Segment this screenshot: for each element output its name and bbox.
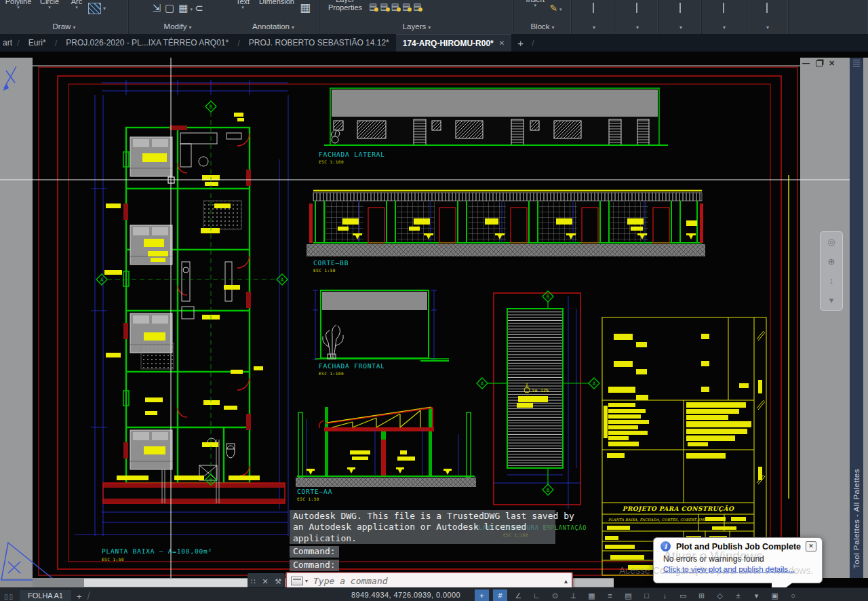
layer-freeze-icon[interactable]: ▤ (391, 1, 399, 12)
chevron-down-icon[interactable]: ▾ (593, 24, 595, 31)
layer-off-icon[interactable]: ▤ (369, 1, 377, 12)
layout-tab-folha-a1[interactable]: FOLHA A1 (20, 590, 71, 601)
insert-tool[interactable]: Insert▾ (523, 0, 547, 7)
snap-mode-icon[interactable]: + (475, 589, 489, 601)
customize-wrench-icon[interactable]: ⚒ (275, 577, 281, 586)
chevron-down-icon[interactable]: ▾ (103, 5, 106, 12)
dimension-label: Dimension (259, 0, 294, 5)
polyline-tool[interactable]: Polyline▾ (3, 0, 34, 9)
annotation-scale-icon[interactable]: ↓ (658, 589, 672, 601)
close-icon[interactable]: ✕ (262, 577, 268, 586)
file-tab-proj026[interactable]: PROJ.026-2020 - PL...IXA TÉRREO ARQ01* (59, 34, 235, 52)
chevron-down-icon[interactable]: ▾ (723, 24, 726, 31)
chevron-down-icon: ▾ (189, 24, 191, 31)
grid-display-icon[interactable]: # (493, 589, 507, 601)
draw-panel-label[interactable]: Draw▾ (0, 21, 128, 34)
annotation-panel-label[interactable]: Annotation▾ (227, 21, 319, 34)
chevron-up-icon[interactable]: ▴ (564, 577, 568, 585)
object-snap-tracking-icon[interactable]: ⊥ (566, 589, 580, 601)
layer-isolate-icon[interactable]: ▤ (380, 1, 388, 12)
osnap-icon[interactable]: ⊙ (548, 589, 562, 601)
new-layout-button[interactable]: + (77, 592, 82, 601)
polar-tracking-icon[interactable]: ∠ (511, 589, 526, 601)
chevron-down-icon[interactable]: ▾ (75, 5, 78, 9)
chevron-down-icon[interactable]: ▾ (636, 24, 639, 31)
layer-lock-icon[interactable]: ▤ (402, 1, 410, 12)
command-history-line: application. (293, 533, 552, 544)
file-tab-euri[interactable]: Euri* (22, 34, 53, 52)
command-line-icon[interactable] (291, 577, 303, 585)
chevron-down-icon[interactable]: ▾ (190, 7, 193, 12)
ribbon-panel-collapsed-3[interactable]: ▾ (658, 0, 702, 34)
lineweight-icon[interactable]: ▦ (585, 589, 599, 601)
corte-bb-label: CORTE–BB (313, 259, 349, 267)
layers-panel-label[interactable]: Layers▾ (320, 21, 513, 34)
dimension-tool[interactable]: Dimension (256, 0, 298, 5)
workspace-icon[interactable]: ▭ (676, 589, 690, 601)
clean-screen-icon[interactable]: ○ (786, 589, 800, 601)
drawing-viewport[interactable]: A A B B PLANTA BAIXA – A=108,00m² ESC 1:… (0, 52, 868, 587)
layer-match-icon[interactable]: ▤ (413, 1, 421, 12)
block-tools: Insert▾ ✎ ▾ (514, 0, 571, 21)
orbit-icon[interactable]: ▾ (829, 295, 834, 305)
close-icon[interactable]: ✕ (806, 541, 816, 551)
file-tab-active-174-arq[interactable]: 174-ARQ-HIROMU-R00*✕ (396, 34, 511, 52)
fachada-frontal-label: FACHADA FRONTAL (319, 362, 385, 370)
block-panel-label[interactable]: Block▾ (514, 21, 571, 34)
status-bar: ▯▯ FOLHA A1 + / 8949.4934, 4726.0939, 0.… (0, 587, 868, 601)
ribbon-panel-collapsed-5[interactable]: ▾ (745, 0, 789, 34)
offset-icon[interactable]: ▢ (165, 2, 174, 14)
selection-cycling-icon[interactable]: ▤ (621, 589, 635, 601)
close-icon[interactable]: ✕ (499, 39, 505, 47)
stretch-icon[interactable]: ⇲ (152, 2, 161, 14)
dynamic-input-icon[interactable]: □ (639, 589, 654, 601)
ortho-mode-icon[interactable]: ∟ (530, 589, 544, 601)
file-tab-roberto[interactable]: PROJ. ROBERTO SEBASTIÃO 14.12* (242, 34, 396, 52)
zoom-extents-icon[interactable]: ↕ (829, 275, 834, 286)
ribbon-panel-collapsed-4[interactable]: ▾ (702, 0, 745, 34)
fachada-lateral-scale: ESC 1:100 (319, 159, 344, 164)
quick-properties-icon[interactable]: ± (731, 589, 745, 601)
annotation-monitor-icon[interactable]: ⊞ (694, 589, 709, 601)
modify-panel-label[interactable]: Modify▾ (129, 21, 226, 34)
block-edit-icon[interactable]: ✎ (549, 2, 557, 14)
hatch-icon[interactable] (88, 3, 101, 14)
file-tab-art[interactable]: art (0, 34, 15, 52)
command-input[interactable] (312, 575, 561, 587)
isolate-objects-icon[interactable]: ▾ (749, 589, 764, 601)
chevron-down-icon[interactable]: ▾ (17, 5, 20, 9)
units-icon[interactable]: ◇ (713, 589, 727, 601)
graphics-performance-icon[interactable]: ▣ (768, 589, 782, 601)
chevron-down-icon[interactable]: ▾ (534, 3, 537, 7)
layout-separator: / (87, 590, 90, 601)
array-icon[interactable]: ▦ (178, 2, 188, 14)
chevron-down-icon[interactable]: ▾ (48, 5, 51, 9)
restore-icon[interactable] (816, 60, 823, 66)
navigation-wheel-icon[interactable]: ◎ (827, 237, 835, 247)
layer-properties-button[interactable]: Layer Properties (323, 0, 368, 12)
arc-tool[interactable]: Arc▾ (65, 0, 88, 9)
ribbon-panel-collapsed-1[interactable]: ▾ (572, 0, 615, 34)
polyline-edit-icon[interactable]: ⊂ (195, 2, 203, 14)
circle-tool[interactable]: Circle▾ (34, 0, 65, 9)
transparency-icon[interactable]: ≡ (603, 589, 617, 601)
corte-bb-scale: ESC 1:50 (313, 268, 336, 273)
pan-icon[interactable]: ⊕ (828, 256, 835, 267)
drag-grip-icon[interactable]: ∷ (251, 577, 256, 586)
chevron-down-icon[interactable]: ▾ (241, 5, 244, 9)
ribbon-panel-collapsed-2[interactable]: ▾ (615, 0, 658, 34)
table-icon[interactable]: ▦ (300, 2, 311, 14)
chevron-down-icon[interactable]: ▾ (766, 24, 769, 31)
tool-palettes-bar[interactable]: Tool Palettes - All Palettes (850, 58, 863, 578)
navigation-bar[interactable]: ◎ ⊕ ↕ ▾ (820, 231, 843, 311)
minimize-icon[interactable]: — (802, 59, 810, 67)
windows-watermark-line2: Acesse Configurações para ativar o Windo… (619, 565, 813, 576)
chevron-down-icon[interactable]: ▾ (679, 24, 682, 31)
text-tool[interactable]: Text▾ (230, 0, 256, 9)
new-tab-button[interactable]: + (511, 34, 530, 52)
chevron-down-icon[interactable]: ▾ (559, 7, 562, 12)
close-icon[interactable]: ✕ (829, 59, 835, 67)
layout-preview-icons: ▯▯ (4, 593, 14, 600)
palette-grip-icon[interactable] (853, 60, 860, 68)
chevron-down-icon[interactable]: ▾ (305, 578, 308, 584)
